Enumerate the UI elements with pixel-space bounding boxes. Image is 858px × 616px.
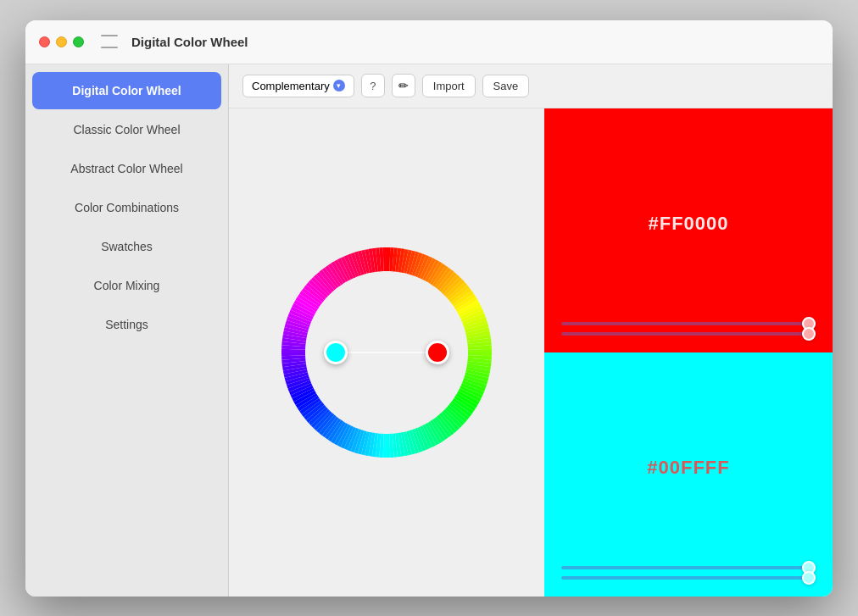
maximize-button[interactable] xyxy=(73,36,84,47)
toolbar: Complementary ▾ ? ✏ Import Save xyxy=(229,64,833,108)
sidebar-item-digital-color-wheel[interactable]: Digital Color Wheel xyxy=(32,72,221,109)
color1-slider2[interactable] xyxy=(561,332,816,336)
sidebar-item-color-mixing[interactable]: Color Mixing xyxy=(32,267,221,304)
color2-slider2-thumb[interactable] xyxy=(802,571,816,585)
color1-hex: #FF0000 xyxy=(648,125,728,322)
swatch-color2[interactable]: #00FFFF xyxy=(544,352,833,597)
color2-slider2-row xyxy=(561,576,816,580)
chevron-down-icon: ▾ xyxy=(333,80,345,92)
sidebar-item-swatches[interactable]: Swatches xyxy=(32,228,221,265)
eyedropper-button[interactable]: ✏ xyxy=(392,74,415,97)
sidebar-toggle-icon[interactable] xyxy=(101,35,118,48)
mode-label: Complementary xyxy=(252,80,330,92)
traffic-lights xyxy=(39,36,84,47)
color2-hex: #00FFFF xyxy=(647,369,729,566)
color1-slider2-row xyxy=(561,332,816,336)
content-area: Complementary ▾ ? ✏ Import Save xyxy=(229,64,833,597)
wheel-area xyxy=(229,108,544,597)
help-button[interactable]: ? xyxy=(361,74,385,97)
swatches-panel: #FF0000 xyxy=(544,108,833,597)
save-button[interactable]: Save xyxy=(482,75,530,97)
titlebar: Digital Color Wheel xyxy=(25,20,833,64)
sidebar-item-settings[interactable]: Settings xyxy=(32,306,221,343)
color2-slider1[interactable] xyxy=(561,566,816,569)
color1-slider1[interactable] xyxy=(561,322,816,325)
color-wheel-svg xyxy=(268,234,505,471)
color1-slider2-thumb[interactable] xyxy=(802,327,816,341)
color-handle-red[interactable] xyxy=(426,341,449,364)
color-wheel-container[interactable] xyxy=(268,234,505,471)
color1-sliders xyxy=(561,322,816,336)
mode-select[interactable]: Complementary ▾ xyxy=(242,75,354,97)
import-button[interactable]: Import xyxy=(422,75,476,97)
app-window: Digital Color Wheel Digital Color Wheel … xyxy=(25,20,833,597)
close-button[interactable] xyxy=(39,36,50,47)
minimize-button[interactable] xyxy=(56,36,67,47)
window-title: Digital Color Wheel xyxy=(131,35,248,49)
color1-slider1-row xyxy=(561,322,816,325)
workspace: #FF0000 xyxy=(229,108,833,597)
color2-slider1-row xyxy=(561,566,816,569)
swatch-color1[interactable]: #FF0000 xyxy=(544,108,833,352)
color-handle-cyan[interactable] xyxy=(324,341,348,364)
sidebar-item-color-combinations[interactable]: Color Combinations xyxy=(32,189,221,226)
sidebar-item-abstract-color-wheel[interactable]: Abstract Color Wheel xyxy=(32,150,221,187)
color2-slider2[interactable] xyxy=(561,576,816,580)
sidebar: Digital Color Wheel Classic Color Wheel … xyxy=(25,64,229,597)
sidebar-item-classic-color-wheel[interactable]: Classic Color Wheel xyxy=(32,111,221,148)
color2-sliders xyxy=(561,566,816,580)
main-area: Digital Color Wheel Classic Color Wheel … xyxy=(25,64,833,597)
